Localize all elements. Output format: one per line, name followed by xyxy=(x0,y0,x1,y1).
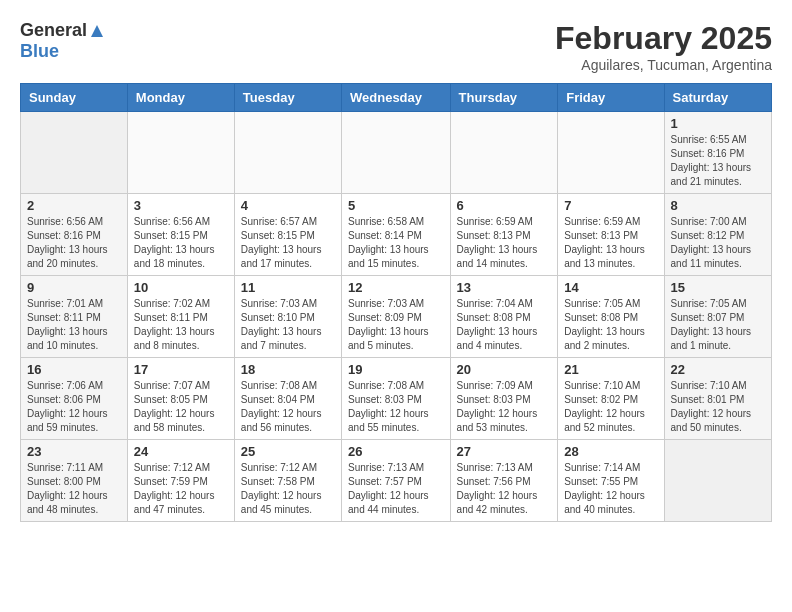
calendar-cell: 20Sunrise: 7:09 AM Sunset: 8:03 PM Dayli… xyxy=(450,358,558,440)
calendar-cell: 27Sunrise: 7:13 AM Sunset: 7:56 PM Dayli… xyxy=(450,440,558,522)
day-number: 20 xyxy=(457,362,552,377)
day-number: 22 xyxy=(671,362,765,377)
day-info: Sunrise: 7:04 AM Sunset: 8:08 PM Dayligh… xyxy=(457,297,552,353)
calendar-week-2: 2Sunrise: 6:56 AM Sunset: 8:16 PM Daylig… xyxy=(21,194,772,276)
calendar-cell: 13Sunrise: 7:04 AM Sunset: 8:08 PM Dayli… xyxy=(450,276,558,358)
day-number: 10 xyxy=(134,280,228,295)
col-header-saturday: Saturday xyxy=(664,84,771,112)
day-info: Sunrise: 7:08 AM Sunset: 8:03 PM Dayligh… xyxy=(348,379,444,435)
day-info: Sunrise: 6:56 AM Sunset: 8:15 PM Dayligh… xyxy=(134,215,228,271)
title-area: February 2025 Aguilares, Tucuman, Argent… xyxy=(555,20,772,73)
day-info: Sunrise: 7:13 AM Sunset: 7:57 PM Dayligh… xyxy=(348,461,444,517)
day-number: 12 xyxy=(348,280,444,295)
day-info: Sunrise: 6:59 AM Sunset: 8:13 PM Dayligh… xyxy=(564,215,657,271)
calendar-cell: 16Sunrise: 7:06 AM Sunset: 8:06 PM Dayli… xyxy=(21,358,128,440)
logo: General Blue xyxy=(20,20,105,62)
col-header-friday: Friday xyxy=(558,84,664,112)
calendar-cell xyxy=(450,112,558,194)
day-number: 17 xyxy=(134,362,228,377)
calendar-cell: 2Sunrise: 6:56 AM Sunset: 8:16 PM Daylig… xyxy=(21,194,128,276)
calendar-week-1: 1Sunrise: 6:55 AM Sunset: 8:16 PM Daylig… xyxy=(21,112,772,194)
logo-icon xyxy=(89,23,105,39)
day-number: 3 xyxy=(134,198,228,213)
day-number: 21 xyxy=(564,362,657,377)
day-info: Sunrise: 7:03 AM Sunset: 8:09 PM Dayligh… xyxy=(348,297,444,353)
day-info: Sunrise: 7:03 AM Sunset: 8:10 PM Dayligh… xyxy=(241,297,335,353)
day-info: Sunrise: 7:01 AM Sunset: 8:11 PM Dayligh… xyxy=(27,297,121,353)
calendar-cell: 15Sunrise: 7:05 AM Sunset: 8:07 PM Dayli… xyxy=(664,276,771,358)
logo-blue: Blue xyxy=(20,41,59,61)
calendar-cell: 22Sunrise: 7:10 AM Sunset: 8:01 PM Dayli… xyxy=(664,358,771,440)
col-header-sunday: Sunday xyxy=(21,84,128,112)
day-info: Sunrise: 7:06 AM Sunset: 8:06 PM Dayligh… xyxy=(27,379,121,435)
day-number: 15 xyxy=(671,280,765,295)
calendar-cell: 21Sunrise: 7:10 AM Sunset: 8:02 PM Dayli… xyxy=(558,358,664,440)
calendar-cell xyxy=(558,112,664,194)
day-number: 23 xyxy=(27,444,121,459)
day-number: 4 xyxy=(241,198,335,213)
calendar-cell: 12Sunrise: 7:03 AM Sunset: 8:09 PM Dayli… xyxy=(342,276,451,358)
day-number: 19 xyxy=(348,362,444,377)
day-number: 28 xyxy=(564,444,657,459)
col-header-tuesday: Tuesday xyxy=(234,84,341,112)
header: General Blue February 2025 Aguilares, Tu… xyxy=(20,20,772,73)
calendar-cell xyxy=(234,112,341,194)
day-info: Sunrise: 6:59 AM Sunset: 8:13 PM Dayligh… xyxy=(457,215,552,271)
day-number: 27 xyxy=(457,444,552,459)
month-title: February 2025 xyxy=(555,20,772,57)
day-number: 2 xyxy=(27,198,121,213)
day-number: 18 xyxy=(241,362,335,377)
day-info: Sunrise: 7:02 AM Sunset: 8:11 PM Dayligh… xyxy=(134,297,228,353)
calendar-cell: 17Sunrise: 7:07 AM Sunset: 8:05 PM Dayli… xyxy=(127,358,234,440)
calendar-cell: 23Sunrise: 7:11 AM Sunset: 8:00 PM Dayli… xyxy=(21,440,128,522)
calendar-week-5: 23Sunrise: 7:11 AM Sunset: 8:00 PM Dayli… xyxy=(21,440,772,522)
calendar-cell: 9Sunrise: 7:01 AM Sunset: 8:11 PM Daylig… xyxy=(21,276,128,358)
calendar-cell: 11Sunrise: 7:03 AM Sunset: 8:10 PM Dayli… xyxy=(234,276,341,358)
day-number: 13 xyxy=(457,280,552,295)
day-number: 8 xyxy=(671,198,765,213)
day-info: Sunrise: 7:00 AM Sunset: 8:12 PM Dayligh… xyxy=(671,215,765,271)
day-number: 14 xyxy=(564,280,657,295)
day-number: 7 xyxy=(564,198,657,213)
calendar-cell: 19Sunrise: 7:08 AM Sunset: 8:03 PM Dayli… xyxy=(342,358,451,440)
day-info: Sunrise: 7:11 AM Sunset: 8:00 PM Dayligh… xyxy=(27,461,121,517)
calendar-cell: 3Sunrise: 6:56 AM Sunset: 8:15 PM Daylig… xyxy=(127,194,234,276)
calendar-cell: 5Sunrise: 6:58 AM Sunset: 8:14 PM Daylig… xyxy=(342,194,451,276)
day-info: Sunrise: 6:57 AM Sunset: 8:15 PM Dayligh… xyxy=(241,215,335,271)
calendar-week-3: 9Sunrise: 7:01 AM Sunset: 8:11 PM Daylig… xyxy=(21,276,772,358)
day-info: Sunrise: 7:08 AM Sunset: 8:04 PM Dayligh… xyxy=(241,379,335,435)
svg-marker-0 xyxy=(91,25,103,37)
day-info: Sunrise: 7:12 AM Sunset: 7:58 PM Dayligh… xyxy=(241,461,335,517)
calendar-cell: 24Sunrise: 7:12 AM Sunset: 7:59 PM Dayli… xyxy=(127,440,234,522)
day-info: Sunrise: 7:07 AM Sunset: 8:05 PM Dayligh… xyxy=(134,379,228,435)
calendar-cell: 4Sunrise: 6:57 AM Sunset: 8:15 PM Daylig… xyxy=(234,194,341,276)
calendar-cell xyxy=(127,112,234,194)
day-info: Sunrise: 6:58 AM Sunset: 8:14 PM Dayligh… xyxy=(348,215,444,271)
calendar-cell xyxy=(342,112,451,194)
day-number: 26 xyxy=(348,444,444,459)
day-number: 24 xyxy=(134,444,228,459)
location-subtitle: Aguilares, Tucuman, Argentina xyxy=(555,57,772,73)
calendar-cell: 7Sunrise: 6:59 AM Sunset: 8:13 PM Daylig… xyxy=(558,194,664,276)
calendar-week-4: 16Sunrise: 7:06 AM Sunset: 8:06 PM Dayli… xyxy=(21,358,772,440)
day-info: Sunrise: 7:05 AM Sunset: 8:07 PM Dayligh… xyxy=(671,297,765,353)
day-info: Sunrise: 7:12 AM Sunset: 7:59 PM Dayligh… xyxy=(134,461,228,517)
day-info: Sunrise: 6:55 AM Sunset: 8:16 PM Dayligh… xyxy=(671,133,765,189)
day-info: Sunrise: 6:56 AM Sunset: 8:16 PM Dayligh… xyxy=(27,215,121,271)
day-info: Sunrise: 7:09 AM Sunset: 8:03 PM Dayligh… xyxy=(457,379,552,435)
col-header-thursday: Thursday xyxy=(450,84,558,112)
calendar-cell: 10Sunrise: 7:02 AM Sunset: 8:11 PM Dayli… xyxy=(127,276,234,358)
calendar-cell: 14Sunrise: 7:05 AM Sunset: 8:08 PM Dayli… xyxy=(558,276,664,358)
day-number: 5 xyxy=(348,198,444,213)
calendar-cell xyxy=(21,112,128,194)
col-header-monday: Monday xyxy=(127,84,234,112)
calendar-cell: 18Sunrise: 7:08 AM Sunset: 8:04 PM Dayli… xyxy=(234,358,341,440)
day-info: Sunrise: 7:10 AM Sunset: 8:02 PM Dayligh… xyxy=(564,379,657,435)
calendar-cell: 25Sunrise: 7:12 AM Sunset: 7:58 PM Dayli… xyxy=(234,440,341,522)
day-number: 6 xyxy=(457,198,552,213)
calendar-cell: 26Sunrise: 7:13 AM Sunset: 7:57 PM Dayli… xyxy=(342,440,451,522)
logo-general: General xyxy=(20,20,87,41)
day-number: 25 xyxy=(241,444,335,459)
day-number: 11 xyxy=(241,280,335,295)
day-info: Sunrise: 7:10 AM Sunset: 8:01 PM Dayligh… xyxy=(671,379,765,435)
